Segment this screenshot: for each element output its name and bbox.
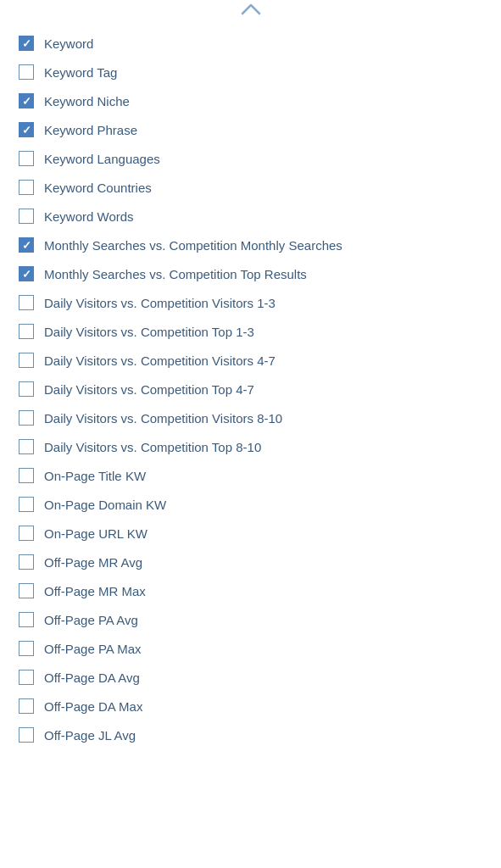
list-item-off-page-pa-avg[interactable]: Off-Page PA Avg bbox=[10, 605, 501, 634]
checkbox-box-on-page-url-kw bbox=[19, 526, 34, 541]
checkbox-box-off-page-pa-avg bbox=[19, 612, 34, 627]
list-item-daily-visitors-competition-top-1-3[interactable]: Daily Visitors vs. Competition Top 1-3 bbox=[10, 317, 501, 346]
checkbox-box-keyword: ✓ bbox=[19, 36, 34, 51]
list-item-off-page-da-avg[interactable]: Off-Page DA Avg bbox=[10, 663, 501, 692]
item-label-monthly-searches-vs-competition-monthly-searches: Monthly Searches vs. Competition Monthly… bbox=[44, 236, 342, 254]
checkbox-box-off-page-mr-max bbox=[19, 583, 34, 598]
list-item-off-page-mr-max[interactable]: Off-Page MR Max bbox=[10, 576, 501, 605]
checkbox-off-page-pa-avg[interactable] bbox=[17, 610, 36, 629]
list-item-daily-visitors-competition-top-4-7[interactable]: Daily Visitors vs. Competition Top 4-7 bbox=[10, 375, 501, 403]
checkbox-off-page-da-avg[interactable] bbox=[17, 668, 36, 687]
checkbox-box-daily-visitors-competition-top-8-10 bbox=[19, 439, 34, 454]
list-item-off-page-jl-avg[interactable]: Off-Page JL Avg bbox=[10, 721, 501, 749]
checkbox-daily-visitors-competition-top-1-3[interactable] bbox=[17, 322, 36, 341]
item-label-daily-visitors-competition-top-4-7: Daily Visitors vs. Competition Top 4-7 bbox=[44, 381, 254, 398]
checkmark-icon: ✓ bbox=[22, 96, 31, 107]
checkbox-monthly-searches-vs-competition-monthly-searches[interactable]: ✓ bbox=[17, 236, 36, 254]
checkbox-daily-visitors-competition-top-4-7[interactable] bbox=[17, 380, 36, 398]
checkbox-box-daily-visitors-competition-top-1-3 bbox=[19, 324, 34, 339]
checkbox-keyword-words[interactable] bbox=[17, 207, 36, 225]
list-item-daily-visitors-competition-top-8-10[interactable]: Daily Visitors vs. Competition Top 8-10 bbox=[10, 432, 501, 461]
checkbox-box-off-page-pa-max bbox=[19, 641, 34, 656]
checkbox-box-off-page-jl-avg bbox=[19, 727, 34, 743]
scroll-up-arrow[interactable] bbox=[0, 0, 501, 22]
item-label-daily-visitors-competition-visitors-1-3: Daily Visitors vs. Competition Visitors … bbox=[44, 294, 276, 312]
item-label-off-page-mr-avg: Off-Page MR Avg bbox=[44, 554, 142, 571]
checkbox-box-off-page-da-max bbox=[19, 698, 34, 714]
checkbox-keyword-niche[interactable]: ✓ bbox=[17, 92, 36, 110]
checkbox-box-off-page-mr-avg bbox=[19, 554, 34, 570]
checkbox-off-page-pa-max[interactable] bbox=[17, 639, 36, 658]
item-label-on-page-title-kw: On-Page Title KW bbox=[44, 467, 146, 485]
checkbox-off-page-mr-avg[interactable] bbox=[17, 553, 36, 571]
checkbox-keyword[interactable]: ✓ bbox=[17, 34, 36, 53]
list-item-on-page-title-kw[interactable]: On-Page Title KW bbox=[10, 461, 501, 490]
checkbox-on-page-domain-kw[interactable] bbox=[17, 495, 36, 514]
item-label-daily-visitors-competition-visitors-8-10: Daily Visitors vs. Competition Visitors … bbox=[44, 409, 282, 427]
checkmark-icon: ✓ bbox=[22, 269, 31, 280]
item-label-keyword: Keyword bbox=[44, 35, 93, 53]
item-label-on-page-url-kw: On-Page URL KW bbox=[44, 525, 148, 542]
list-item-daily-visitors-competition-visitors-1-3[interactable]: Daily Visitors vs. Competition Visitors … bbox=[10, 288, 501, 317]
list-item-keyword-phrase[interactable]: ✓Keyword Phrase bbox=[10, 115, 501, 144]
checkbox-box-on-page-domain-kw bbox=[19, 497, 34, 512]
list-item-keyword-tag[interactable]: Keyword Tag bbox=[10, 58, 501, 86]
checkbox-box-daily-visitors-competition-visitors-4-7 bbox=[19, 353, 34, 368]
list-item-off-page-da-max[interactable]: Off-Page DA Max bbox=[10, 692, 501, 721]
list-item-daily-visitors-competition-visitors-8-10[interactable]: Daily Visitors vs. Competition Visitors … bbox=[10, 403, 501, 432]
checkbox-on-page-url-kw[interactable] bbox=[17, 524, 36, 542]
checkbox-list: ✓KeywordKeyword Tag✓Keyword Niche✓Keywor… bbox=[0, 22, 501, 756]
list-item-keyword-languages[interactable]: Keyword Languages bbox=[10, 144, 501, 173]
checkbox-box-keyword-words bbox=[19, 209, 34, 224]
item-label-keyword-tag: Keyword Tag bbox=[44, 64, 117, 81]
list-item-keyword-words[interactable]: Keyword Words bbox=[10, 202, 501, 231]
list-item-monthly-searches-vs-competition-monthly-searches[interactable]: ✓Monthly Searches vs. Competition Monthl… bbox=[10, 231, 501, 259]
list-item-keyword-countries[interactable]: Keyword Countries bbox=[10, 173, 501, 202]
list-item-off-page-pa-max[interactable]: Off-Page PA Max bbox=[10, 634, 501, 663]
list-item-on-page-domain-kw[interactable]: On-Page Domain KW bbox=[10, 490, 501, 519]
item-label-keyword-phrase: Keyword Phrase bbox=[44, 121, 137, 139]
checkbox-box-keyword-tag bbox=[19, 64, 34, 80]
list-item-monthly-searches-vs-competition-top-results[interactable]: ✓Monthly Searches vs. Competition Top Re… bbox=[10, 259, 501, 288]
checkbox-daily-visitors-competition-visitors-4-7[interactable] bbox=[17, 351, 36, 370]
list-item-on-page-url-kw[interactable]: On-Page URL KW bbox=[10, 519, 501, 548]
checkbox-keyword-phrase[interactable]: ✓ bbox=[17, 120, 36, 139]
checkbox-box-keyword-phrase: ✓ bbox=[19, 122, 34, 137]
item-label-daily-visitors-competition-top-1-3: Daily Visitors vs. Competition Top 1-3 bbox=[44, 323, 254, 341]
checkbox-off-page-da-max[interactable] bbox=[17, 697, 36, 715]
item-label-keyword-countries: Keyword Countries bbox=[44, 179, 152, 197]
item-label-off-page-mr-max: Off-Page MR Max bbox=[44, 582, 146, 600]
item-label-keyword-words: Keyword Words bbox=[44, 208, 134, 225]
item-label-off-page-da-avg: Off-Page DA Avg bbox=[44, 669, 140, 687]
checkbox-box-daily-visitors-competition-visitors-1-3 bbox=[19, 295, 34, 310]
item-label-daily-visitors-competition-visitors-4-7: Daily Visitors vs. Competition Visitors … bbox=[44, 352, 276, 370]
checkmark-icon: ✓ bbox=[22, 240, 31, 251]
checkbox-keyword-languages[interactable] bbox=[17, 149, 36, 168]
checkbox-on-page-title-kw[interactable] bbox=[17, 466, 36, 485]
checkbox-daily-visitors-competition-visitors-8-10[interactable] bbox=[17, 409, 36, 427]
checkbox-daily-visitors-competition-visitors-1-3[interactable] bbox=[17, 293, 36, 312]
list-item-keyword[interactable]: ✓Keyword bbox=[10, 29, 501, 58]
checkbox-box-keyword-niche: ✓ bbox=[19, 93, 34, 108]
item-label-keyword-niche: Keyword Niche bbox=[44, 92, 130, 110]
checkbox-keyword-tag[interactable] bbox=[17, 63, 36, 81]
checkmark-icon: ✓ bbox=[22, 125, 31, 136]
checkbox-monthly-searches-vs-competition-top-results[interactable]: ✓ bbox=[17, 264, 36, 283]
checkbox-box-monthly-searches-vs-competition-top-results: ✓ bbox=[19, 266, 34, 281]
checkbox-daily-visitors-competition-top-8-10[interactable] bbox=[17, 437, 36, 456]
list-item-off-page-mr-avg[interactable]: Off-Page MR Avg bbox=[10, 548, 501, 576]
checkbox-box-on-page-title-kw bbox=[19, 468, 34, 483]
checkmark-icon: ✓ bbox=[22, 38, 31, 49]
item-label-on-page-domain-kw: On-Page Domain KW bbox=[44, 496, 166, 514]
checkbox-keyword-countries[interactable] bbox=[17, 178, 36, 197]
checkbox-off-page-mr-max[interactable] bbox=[17, 581, 36, 600]
checkbox-box-keyword-languages bbox=[19, 151, 34, 166]
list-item-keyword-niche[interactable]: ✓Keyword Niche bbox=[10, 86, 501, 115]
item-label-monthly-searches-vs-competition-top-results: Monthly Searches vs. Competition Top Res… bbox=[44, 265, 307, 283]
list-item-daily-visitors-competition-visitors-4-7[interactable]: Daily Visitors vs. Competition Visitors … bbox=[10, 346, 501, 375]
item-label-off-page-da-max: Off-Page DA Max bbox=[44, 698, 142, 715]
checkbox-box-daily-visitors-competition-visitors-8-10 bbox=[19, 410, 34, 426]
item-label-off-page-pa-max: Off-Page PA Max bbox=[44, 640, 142, 658]
item-label-off-page-jl-avg: Off-Page JL Avg bbox=[44, 726, 136, 744]
checkbox-off-page-jl-avg[interactable] bbox=[17, 726, 36, 744]
